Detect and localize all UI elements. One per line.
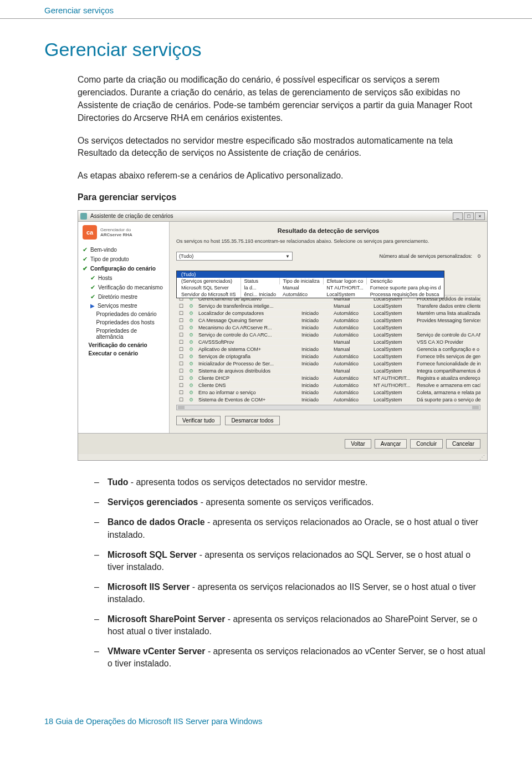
svc-desc: Gerencia a configuração e o co bbox=[415, 346, 480, 353]
next-button[interactable]: Avançar bbox=[375, 439, 407, 449]
gear-icon: ⚙ bbox=[186, 317, 196, 324]
svc-start: Automático bbox=[331, 375, 371, 382]
svc-name: Inicializador de Processo de Ser... bbox=[196, 360, 299, 368]
row-checkbox[interactable]: ☐ bbox=[176, 339, 186, 346]
gear-icon: ⚙ bbox=[186, 310, 196, 317]
row-checkbox[interactable]: ☐ bbox=[176, 368, 186, 375]
step-label: Executar o cenário bbox=[89, 350, 138, 356]
table-row[interactable]: ☐⚙CAVSSSoftProvManualLocalSystemVSS CA X… bbox=[176, 339, 480, 346]
dd-opt-1[interactable]: (Serviços gerenciados) bbox=[177, 278, 241, 284]
svc-name: Localizador de computadores bbox=[196, 310, 299, 317]
table-row[interactable]: ☐⚙Cliente DNSIniciadoAutomáticoNT AUTHOR… bbox=[176, 382, 480, 389]
ca-logo: ca bbox=[83, 225, 97, 240]
row-checkbox[interactable]: ☐ bbox=[176, 346, 186, 353]
svc-start: Manual bbox=[331, 303, 371, 310]
svc-name: Serviço de controle do CA ARC... bbox=[196, 332, 299, 339]
gear-icon: ⚙ bbox=[186, 389, 196, 396]
main-pane: Resultado da detecção de serviços Os ser… bbox=[170, 222, 487, 433]
step-label: Propriedades de alternância bbox=[96, 328, 165, 340]
dd-opt-0[interactable]: (Tudo) bbox=[177, 271, 444, 278]
gear-icon: ⚙ bbox=[186, 353, 196, 360]
svc-logon: LocalSystem bbox=[371, 339, 415, 346]
row-checkbox[interactable]: ☐ bbox=[176, 396, 186, 404]
row-checkbox[interactable]: ☐ bbox=[176, 360, 186, 368]
bullet-term: Microsoft SQL Server bbox=[108, 550, 197, 559]
filter-options-list: Tudo - apresenta todos os serviços detec… bbox=[94, 476, 488, 678]
horizontal-scrollbar[interactable] bbox=[176, 405, 480, 410]
row-checkbox[interactable]: ☐ bbox=[176, 303, 186, 310]
row-checkbox[interactable]: ☐ bbox=[176, 389, 186, 396]
check-all-button[interactable]: Verificar tudo bbox=[176, 416, 221, 425]
svc-desc: Registra e atualiza endereços IP bbox=[415, 375, 480, 382]
table-row[interactable]: ☐⚙Mecanismo do CA ARCserve R...IniciadoA… bbox=[176, 324, 480, 332]
minimize-button[interactable]: _ bbox=[453, 212, 463, 220]
svc-status: Iniciado bbox=[299, 332, 331, 339]
dd-opt-2[interactable]: Microsoft SQL Server bbox=[177, 284, 241, 291]
maximize-button[interactable]: □ bbox=[464, 212, 474, 220]
gear-icon: ⚙ bbox=[186, 303, 196, 310]
wizard-step-8: Propriedades dos hosts bbox=[83, 318, 165, 327]
subheading: Para gerenciar serviços bbox=[78, 192, 488, 202]
table-row[interactable]: ☐⚙Sistema de Eventos de COM+IniciadoAuto… bbox=[176, 396, 480, 404]
table-row[interactable]: ☐⚙Aplicativo de sistema COM+IniciadoManu… bbox=[176, 346, 480, 353]
cancel-button[interactable]: Cancelar bbox=[446, 439, 480, 449]
page-number: 18 bbox=[44, 717, 53, 726]
table-row[interactable]: ☐⚙Inicializador de Processo de Ser...Ini… bbox=[176, 360, 480, 368]
dd-opt-3[interactable]: Servidor do Microsoft IIS bbox=[177, 291, 241, 298]
col-desc: Descrição bbox=[367, 278, 444, 284]
row-checkbox[interactable]: ☐ bbox=[176, 375, 186, 382]
svc-desc: VSS CA XO Provider bbox=[415, 339, 480, 346]
svc-name: CAVSSSoftProv bbox=[196, 339, 299, 346]
row-checkbox[interactable]: ☐ bbox=[176, 310, 186, 317]
row-checkbox[interactable]: ☐ bbox=[176, 353, 186, 360]
back-button[interactable]: Voltar bbox=[345, 439, 371, 449]
gear-icon: ⚙ bbox=[186, 346, 196, 353]
svc-name: Cliente DNS bbox=[196, 382, 299, 389]
svc-start: Automático bbox=[331, 396, 371, 404]
svc-status: Iniciado bbox=[299, 389, 331, 396]
paragraph-3: As etapas abaixo referem-se a cenários d… bbox=[78, 170, 488, 182]
table-row[interactable]: ☐⚙Serviços de criptografiaIniciadoAutomá… bbox=[176, 353, 480, 360]
row-checkbox[interactable]: ☐ bbox=[176, 317, 186, 324]
svc-desc: Serviço de controle do CA ARC bbox=[415, 332, 480, 339]
svc-start: Automático bbox=[331, 324, 371, 332]
svc-name: Cliente DHCP bbox=[196, 375, 299, 382]
wizard-step-11: Executar o cenário bbox=[83, 349, 165, 358]
check-icon: ✔ bbox=[83, 256, 88, 263]
row-checkbox[interactable]: ☐ bbox=[176, 324, 186, 332]
svc-logon: NT AUTHORIT... bbox=[371, 382, 415, 389]
svc-status: Iniciado bbox=[299, 317, 331, 324]
page-title: Gerenciar serviços bbox=[44, 39, 488, 60]
table-row[interactable]: ☐⚙CA Message Queuing ServerIniciadoAutom… bbox=[176, 317, 480, 324]
list-item: Tudo - apresenta todos os serviços detec… bbox=[94, 476, 488, 496]
bullet-term: Microsoft IIS Server bbox=[108, 582, 190, 592]
filter-dropdown-list[interactable]: (Tudo) (Serviços gerenciados) Status Tip… bbox=[176, 271, 444, 298]
table-row[interactable]: ☐⚙Serviço de controle do CA ARC...Inicia… bbox=[176, 332, 480, 339]
resize-grip[interactable]: ⋰ bbox=[78, 454, 487, 460]
table-row[interactable]: ☐⚙Cliente DHCPIniciadoAutomáticoNT AUTHO… bbox=[176, 375, 480, 382]
finish-button[interactable]: Concluir bbox=[410, 439, 443, 449]
table-row[interactable]: ☐⚙Serviço de transferência intelige...Ma… bbox=[176, 303, 480, 310]
gear-icon: ⚙ bbox=[186, 375, 196, 382]
chevron-down-icon: ▼ bbox=[285, 254, 290, 259]
filter-dropdown[interactable]: (Tudo) ▼ bbox=[176, 252, 293, 261]
step-label: Diretório mestre bbox=[98, 294, 137, 300]
bullet-text: - apresenta todos os serviços detectados… bbox=[128, 477, 367, 487]
check-icon: ✔ bbox=[83, 246, 88, 253]
bullet-term: VMware vCenter Server bbox=[108, 646, 206, 656]
paragraph-1: Como parte da criação ou modificação do … bbox=[78, 74, 488, 125]
uncheck-all-button[interactable]: Desmarcar todos bbox=[225, 416, 279, 425]
step-label: Propriedades do cenário bbox=[96, 311, 157, 317]
close-button[interactable]: × bbox=[475, 212, 485, 220]
row-checkbox[interactable]: ☐ bbox=[176, 332, 186, 339]
titlebar: Assistente de criação de cenários _ □ × bbox=[78, 211, 487, 222]
svc-desc: Provides Messaging Services to bbox=[415, 317, 480, 324]
table-row[interactable]: ☐⚙Erro ao informar o serviçoIniciadoAuto… bbox=[176, 389, 480, 396]
wizard-sidebar: ca Gerenciador do ARCserve RHA ✔Bem-vind… bbox=[78, 222, 170, 433]
svc-logon: LocalSystem bbox=[371, 332, 415, 339]
row-checkbox[interactable]: ☐ bbox=[176, 382, 186, 389]
step-label: Verificação do mecanismo bbox=[98, 284, 163, 291]
table-row[interactable]: ☐⚙Sistema de arquivos distribuídosManual… bbox=[176, 368, 480, 375]
wizard-step-0: ✔Bem-vindo bbox=[83, 245, 165, 254]
table-row[interactable]: ☐⚙Localizador de computadoresIniciadoAut… bbox=[176, 310, 480, 317]
